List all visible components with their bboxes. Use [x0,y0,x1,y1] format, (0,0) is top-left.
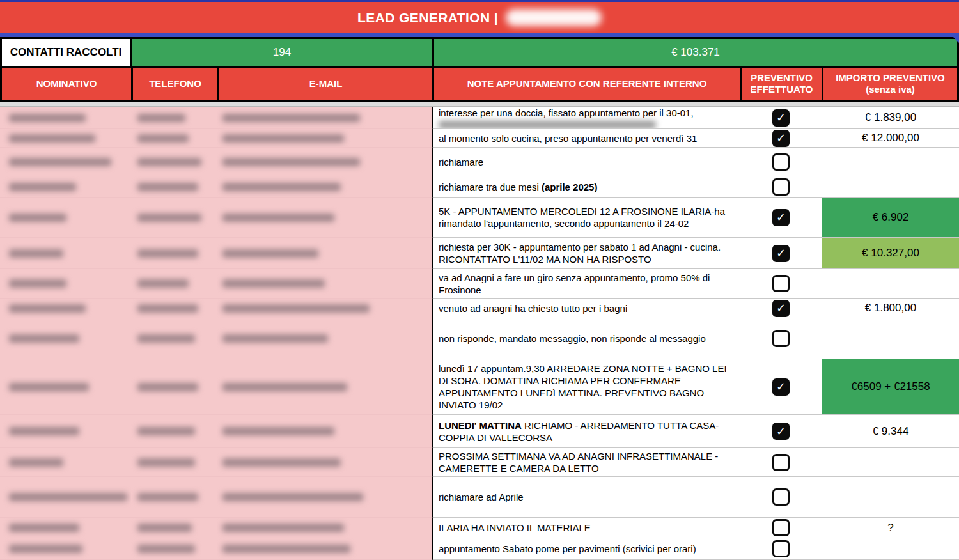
redacted-text-blob [137,383,198,391]
preventivo-checkbox[interactable]: ✓ [772,130,790,147]
preventivo-checkbox[interactable] [772,153,790,171]
cell-note-appuntamento[interactable]: richiamare ad Aprile [432,477,740,518]
cell-email-redacted [217,269,432,299]
redacted-text-blob [9,545,82,553]
cell-nominativo-redacted [0,477,131,518]
redacted-text-blob [9,427,79,435]
cell-email-redacted [217,448,432,477]
summary-row: CONTATTI RACCOLTI 194 € 103.371 [0,37,959,68]
cell-note-appuntamento[interactable]: PROSSIMA SETTIMANA VA AD ANAGNI INFRASET… [432,448,740,477]
cell-nominativo-redacted [0,238,131,269]
cell-note-appuntamento[interactable]: venuto ad anagni ha chiesto tutto per i … [432,299,740,318]
cell-note-appuntamento[interactable]: non risponde, mandato messaggio, non ris… [432,318,740,359]
column-header-preventivo-effettuato: PREVENTIVO EFFETTUATO [740,68,822,102]
cell-importo-preventivo[interactable] [822,538,959,560]
cell-note-appuntamento[interactable]: richiamare [432,148,740,176]
redacted-text-blob [222,493,363,501]
cell-importo-preventivo[interactable] [822,148,959,176]
cell-importo-preventivo[interactable]: ? [822,518,959,538]
cell-note-appuntamento[interactable]: richiesta per 30K - appuntamento per sab… [432,238,740,269]
table-row: ILARIA HA INVIATO IL MATERIALE? [0,518,959,538]
cell-email-redacted [217,318,432,359]
cell-telefono-redacted [131,415,217,448]
total-amount-cell[interactable]: € 103.371 [432,37,959,68]
table-row: richiamare ad Aprile [0,477,959,518]
cell-note-appuntamento[interactable]: ILARIA HA INVIATO IL MATERIALE [432,518,740,538]
total-amount-value: € 103.371 [671,46,720,59]
note-text: richiamare tra due mesi (aprile 2025) [439,181,735,193]
cell-nominativo-redacted [0,129,131,148]
cell-note-appuntamento[interactable]: interesse per una doccia, fissato appunt… [432,107,740,129]
note-text: richiesta per 30K - appuntamento per sab… [439,241,735,265]
cell-telefono-redacted [131,448,217,477]
cell-note-appuntamento[interactable]: al momento solo cucina, preso appuntamen… [432,129,740,148]
table-row: richiamare [0,148,959,176]
cell-nominativo-redacted [0,107,131,129]
cell-importo-preventivo[interactable]: € 1.800,00 [822,299,959,318]
cell-importo-preventivo[interactable]: € 9.344 [822,415,959,448]
redacted-title-suffix [506,9,602,26]
cell-importo-preventivo[interactable] [822,448,959,477]
table-row: LUNEDI' MATTINA RICHIAMO - ARREDAMENTO T… [0,415,959,448]
preventivo-checkbox[interactable] [772,540,790,557]
cell-nominativo-redacted [0,538,131,560]
preventivo-checkbox[interactable] [772,519,790,536]
cell-preventivo-effettuato [740,269,822,299]
cell-email-redacted [217,107,432,129]
cell-importo-preventivo[interactable]: € 6.902 [822,198,959,238]
cell-email-redacted [217,538,432,560]
redacted-text-blob [137,524,192,532]
cell-note-appuntamento[interactable]: richiamare tra due mesi (aprile 2025) [432,176,740,198]
cell-nominativo-redacted [0,176,131,198]
column-header-email: E-MAIL [217,68,432,102]
preventivo-checkbox[interactable]: ✓ [772,245,790,262]
cell-preventivo-effettuato: ✓ [740,238,822,269]
cell-note-appuntamento[interactable]: LUNEDI' MATTINA RICHIAMO - ARREDAMENTO T… [432,415,740,448]
table-row: richiesta per 30K - appuntamento per sab… [0,238,959,269]
redacted-text-blob [137,545,195,553]
cell-note-appuntamento[interactable]: appuntamento Sabato pome per pavimenti (… [432,538,740,560]
redacted-text-blob [9,383,89,391]
redacted-text-blob [222,114,360,122]
cell-importo-preventivo[interactable] [822,176,959,198]
note-text: al momento solo cucina, preso appuntamen… [439,132,735,144]
preventivo-checkbox[interactable] [772,454,790,471]
cell-importo-preventivo[interactable] [822,477,959,518]
contacts-count-cell[interactable]: 194 [130,37,432,68]
preventivo-checkbox[interactable]: ✓ [772,209,790,226]
cell-importo-preventivo[interactable] [822,318,959,359]
redacted-text-blob [9,249,63,258]
redacted-text-blob [137,214,201,222]
preventivo-checkbox[interactable]: ✓ [772,109,790,127]
cell-telefono-redacted [131,238,217,269]
cell-importo-preventivo[interactable]: € 10.327,00 [822,238,959,269]
preventivo-checkbox[interactable] [772,275,790,292]
cell-preventivo-effettuato: ✓ [740,198,822,238]
preventivo-checkbox[interactable] [772,178,790,196]
cell-note-appuntamento[interactable]: lunedì 17 appuntam.9,30 ARREDARE ZONA NO… [432,359,740,415]
cell-note-appuntamento[interactable]: va ad Anagni a fare un giro senza appunt… [432,269,740,299]
cell-importo-preventivo[interactable]: € 1.839,00 [822,107,959,129]
redacted-text-blob [222,545,350,553]
preventivo-checkbox[interactable] [772,488,790,506]
redacted-note-line [439,121,656,128]
preventivo-checkbox[interactable] [772,330,790,347]
column-header-note-appuntamento: NOTE APPUNTAMENTO CON REFERENTE INTERNO [432,68,740,102]
redacted-text-blob [222,524,344,532]
preventivo-checkbox[interactable]: ✓ [772,300,790,317]
redacted-text-blob [137,158,201,166]
cell-note-appuntamento[interactable]: 5K - APPUNTAMENTO MERCOLEDI 12 A FROSINO… [432,198,740,238]
cell-importo-preventivo[interactable]: €6509 + €21558 [822,359,959,415]
cell-preventivo-effettuato [740,448,822,477]
redacted-text-blob [9,134,95,143]
redacted-text-blob [222,214,334,222]
table-row: non risponde, mandato messaggio, non ris… [0,318,959,359]
note-text: venuto ad anagni ha chiesto tutto per i … [439,302,735,315]
cell-importo-preventivo[interactable]: € 12.000,00 [822,129,959,148]
redacted-text-blob [9,304,86,313]
preventivo-checkbox[interactable]: ✓ [772,378,790,396]
column-header-nominativo: NOMINATIVO [0,68,131,102]
cell-importo-preventivo[interactable] [822,269,959,299]
preventivo-checkbox[interactable]: ✓ [772,423,790,440]
table-row: richiamare tra due mesi (aprile 2025) [0,176,959,198]
